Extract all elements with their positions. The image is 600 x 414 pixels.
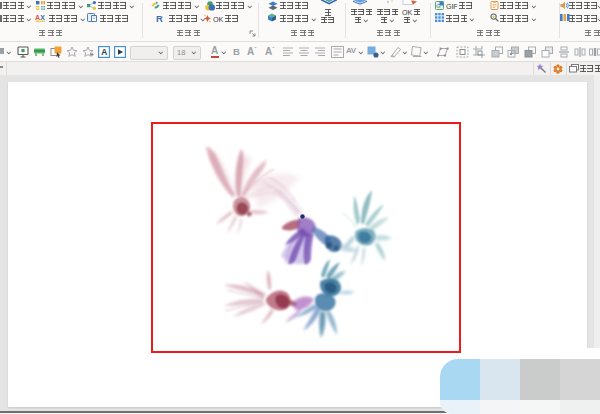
svg-text:A: A	[101, 47, 107, 57]
svg-text:X: X	[40, 14, 45, 21]
svg-text:G: G	[436, 3, 440, 9]
